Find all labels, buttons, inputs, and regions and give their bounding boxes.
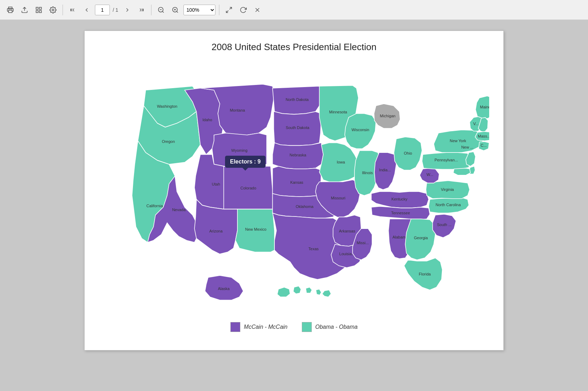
first-page-button[interactable] bbox=[66, 4, 79, 16]
svg-rect-4 bbox=[39, 7, 42, 9]
state-maryland[interactable] bbox=[453, 168, 470, 175]
state-indiana[interactable] bbox=[374, 152, 396, 189]
state-hawaii[interactable] bbox=[277, 287, 290, 297]
legend-obama: Obama - Obama bbox=[302, 322, 358, 332]
state-wyoming[interactable] bbox=[212, 133, 267, 167]
state-kentucky[interactable] bbox=[371, 192, 428, 208]
page-separator: / 1 bbox=[113, 7, 118, 13]
state-hawaii-3[interactable] bbox=[306, 287, 312, 293]
mccain-swatch bbox=[230, 322, 240, 332]
legend: McCain - McCain Obama - Obama bbox=[99, 322, 489, 332]
state-alaska[interactable] bbox=[205, 275, 244, 300]
state-wisconsin[interactable] bbox=[345, 113, 376, 149]
state-hawaii-5[interactable] bbox=[322, 290, 331, 297]
state-new-york[interactable] bbox=[434, 130, 483, 152]
state-south-dakota[interactable] bbox=[274, 112, 321, 146]
separator-1 bbox=[63, 5, 63, 15]
share-button[interactable] bbox=[18, 4, 31, 16]
state-connecticut[interactable] bbox=[479, 141, 489, 150]
svg-rect-1 bbox=[9, 10, 12, 12]
map-container: Electors : 9 Washington Oregon Californi… bbox=[99, 60, 489, 316]
zoom-in-button[interactable] bbox=[169, 4, 181, 16]
toolbar: / 1 50% 75% 100% 125% 150% 200% bbox=[0, 0, 588, 20]
state-new-mexico[interactable] bbox=[235, 209, 274, 252]
state-ohio[interactable] bbox=[394, 137, 422, 170]
close-button[interactable] bbox=[251, 4, 263, 16]
last-page-button[interactable] bbox=[135, 4, 148, 16]
state-michigan[interactable] bbox=[374, 104, 400, 128]
svg-line-17 bbox=[229, 7, 231, 9]
state-pennsylvania[interactable] bbox=[422, 152, 470, 169]
state-iowa[interactable] bbox=[319, 143, 360, 182]
mccain-label: McCain - McCain bbox=[244, 324, 288, 330]
state-colorado[interactable] bbox=[224, 166, 272, 209]
state-north-carolina[interactable] bbox=[429, 197, 469, 213]
separator-3 bbox=[219, 5, 219, 15]
document-title: 2008 United States Presidential Election bbox=[99, 42, 489, 53]
state-kansas[interactable] bbox=[273, 166, 321, 197]
state-hawaii-4[interactable] bbox=[316, 289, 321, 295]
obama-swatch bbox=[302, 322, 312, 332]
refresh-button[interactable] bbox=[237, 4, 249, 16]
settings-button[interactable] bbox=[47, 4, 59, 16]
prev-page-button[interactable] bbox=[81, 4, 93, 16]
state-nebraska[interactable] bbox=[273, 143, 324, 169]
state-north-dakota[interactable] bbox=[273, 86, 321, 114]
us-map: Washington Oregon California Nevada Idah… bbox=[99, 60, 489, 316]
state-massachusetts[interactable] bbox=[475, 132, 489, 141]
fullscreen-button[interactable] bbox=[223, 4, 235, 16]
view-button[interactable] bbox=[33, 4, 45, 16]
main-area: 2008 United States Presidential Election… bbox=[0, 20, 588, 391]
state-tennessee[interactable] bbox=[371, 207, 430, 220]
state-virginia[interactable] bbox=[426, 181, 470, 199]
svg-rect-3 bbox=[36, 7, 38, 9]
state-maine[interactable] bbox=[476, 96, 489, 119]
obama-label: Obama - Obama bbox=[315, 324, 358, 330]
legend-mccain: McCain - McCain bbox=[230, 322, 288, 332]
state-south-carolina[interactable] bbox=[433, 214, 456, 238]
svg-line-18 bbox=[226, 10, 228, 12]
svg-line-14 bbox=[176, 11, 178, 12]
page-input[interactable] bbox=[95, 5, 110, 15]
svg-rect-6 bbox=[36, 10, 38, 12]
document: 2008 United States Presidential Election… bbox=[84, 31, 504, 350]
state-west-virginia[interactable] bbox=[420, 168, 439, 183]
state-hawaii-2[interactable] bbox=[293, 286, 301, 294]
state-florida[interactable] bbox=[404, 258, 443, 290]
print-button[interactable] bbox=[4, 4, 16, 16]
zoom-out-button[interactable] bbox=[155, 4, 167, 16]
svg-line-11 bbox=[162, 11, 164, 12]
svg-point-7 bbox=[52, 9, 54, 11]
next-page-button[interactable] bbox=[121, 4, 133, 16]
svg-rect-5 bbox=[39, 10, 42, 12]
zoom-select[interactable]: 50% 75% 100% 125% 150% 200% bbox=[183, 5, 215, 15]
state-georgia[interactable] bbox=[405, 219, 435, 260]
separator-2 bbox=[151, 5, 151, 15]
